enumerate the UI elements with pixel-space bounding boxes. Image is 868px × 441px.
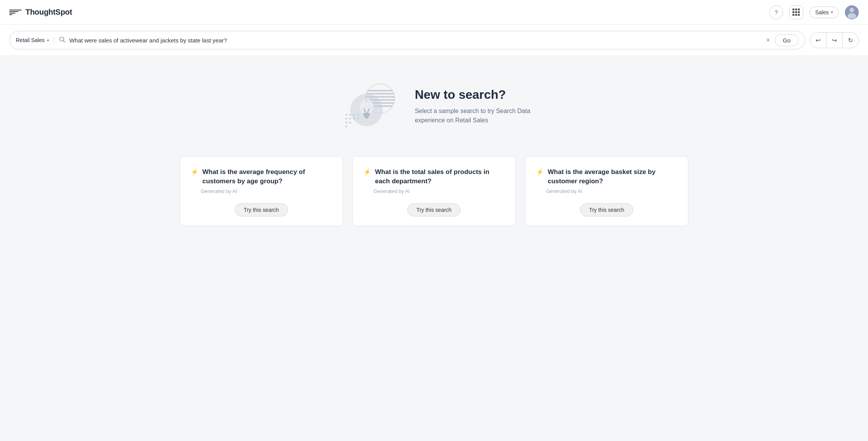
workspace-label: Sales: [815, 9, 829, 15]
search-input[interactable]: [69, 37, 765, 44]
illustration: [338, 79, 399, 133]
intro-description: Select a sample search to try Search Dat…: [415, 106, 530, 125]
try-search-button-2[interactable]: Try this search: [407, 203, 460, 216]
svg-rect-5: [345, 114, 347, 116]
card-2-header: ⚡ What is the total sales of products in…: [363, 167, 505, 186]
lightning-icon-1: ⚡: [191, 168, 198, 176]
try-search-button-3[interactable]: Try this search: [580, 203, 633, 216]
svg-line-4: [63, 41, 65, 42]
back-icon: ↩: [816, 37, 821, 44]
search-icon: [59, 36, 66, 44]
svg-rect-14: [345, 125, 347, 127]
header-right: ? Sales ▾: [769, 5, 859, 19]
avatar-initials: [845, 5, 859, 19]
card-2-footer: Try this search: [363, 203, 505, 216]
svg-rect-27: [363, 113, 370, 115]
card-3-title: What is the average basket size by custo…: [548, 167, 677, 186]
refresh-button[interactable]: ↻: [843, 33, 858, 48]
card-1-header: ⚡ What is the average frequency of custo…: [191, 167, 332, 186]
svg-rect-29: [365, 117, 368, 118]
intro-heading: New to search?: [415, 88, 530, 102]
svg-point-1: [849, 8, 854, 12]
svg-rect-28: [364, 115, 369, 117]
svg-rect-13: [349, 122, 351, 123]
svg-rect-12: [345, 122, 347, 123]
card-3-header: ⚡ What is the average basket size by cus…: [536, 167, 677, 186]
go-button[interactable]: Go: [775, 34, 799, 46]
svg-rect-6: [349, 114, 351, 116]
logo-icon: [9, 10, 22, 15]
svg-rect-9: [345, 118, 347, 120]
datasource-label: Retail Sales: [16, 37, 45, 43]
suggestion-card-1: ⚡ What is the average frequency of custo…: [180, 156, 343, 226]
suggestion-card-3: ⚡ What is the average basket size by cus…: [525, 156, 688, 226]
datasource-chevron-icon: ▾: [47, 38, 49, 42]
nav-buttons: ↩ ↪ ↻: [810, 32, 859, 48]
datasource-selector[interactable]: Retail Sales ▾: [16, 37, 54, 43]
avatar[interactable]: [845, 5, 859, 19]
search-area: Retail Sales ▾ × Go ↩ ↪ ↻: [0, 25, 868, 56]
search-bar: Retail Sales ▾ × Go: [9, 31, 805, 49]
header-left: ThoughtSpot: [9, 8, 72, 17]
card-3-subtitle: Generated by AI: [546, 188, 677, 194]
back-button[interactable]: ↩: [810, 33, 826, 48]
card-1-subtitle: Generated by AI: [201, 188, 332, 194]
help-button[interactable]: ?: [769, 5, 783, 19]
app-name: ThoughtSpot: [25, 8, 72, 17]
clear-icon: ×: [766, 36, 770, 44]
avatar-image: [845, 5, 859, 19]
intro-section: New to search? Select a sample search to…: [180, 79, 688, 133]
apps-button[interactable]: [789, 5, 803, 19]
main-content: New to search? Select a sample search to…: [164, 56, 704, 249]
intro-text: New to search? Select a sample search to…: [415, 88, 530, 125]
refresh-icon: ↻: [848, 37, 853, 44]
try-search-button-1[interactable]: Try this search: [235, 203, 288, 216]
card-2-subtitle: Generated by AI: [373, 188, 505, 194]
suggestion-card-2: ⚡ What is the total sales of products in…: [352, 156, 516, 226]
chevron-down-icon: ▾: [831, 10, 833, 14]
card-1-footer: Try this search: [191, 203, 332, 216]
clear-button[interactable]: ×: [764, 35, 772, 46]
card-2-title: What is the total sales of products in e…: [375, 167, 505, 186]
header: ThoughtSpot ? Sales ▾: [0, 0, 868, 25]
svg-rect-10: [349, 118, 351, 120]
grid-icon: [792, 8, 800, 16]
cards-container: ⚡ What is the average frequency of custo…: [180, 156, 688, 226]
lightning-icon-3: ⚡: [536, 168, 544, 176]
forward-icon: ↪: [832, 37, 837, 44]
workspace-selector[interactable]: Sales ▾: [809, 7, 839, 18]
forward-button[interactable]: ↪: [826, 33, 843, 48]
card-3-footer: Try this search: [536, 203, 677, 216]
help-icon: ?: [775, 9, 778, 15]
card-1-title: What is the average frequency of custome…: [202, 167, 332, 186]
lightning-icon-2: ⚡: [363, 168, 371, 176]
